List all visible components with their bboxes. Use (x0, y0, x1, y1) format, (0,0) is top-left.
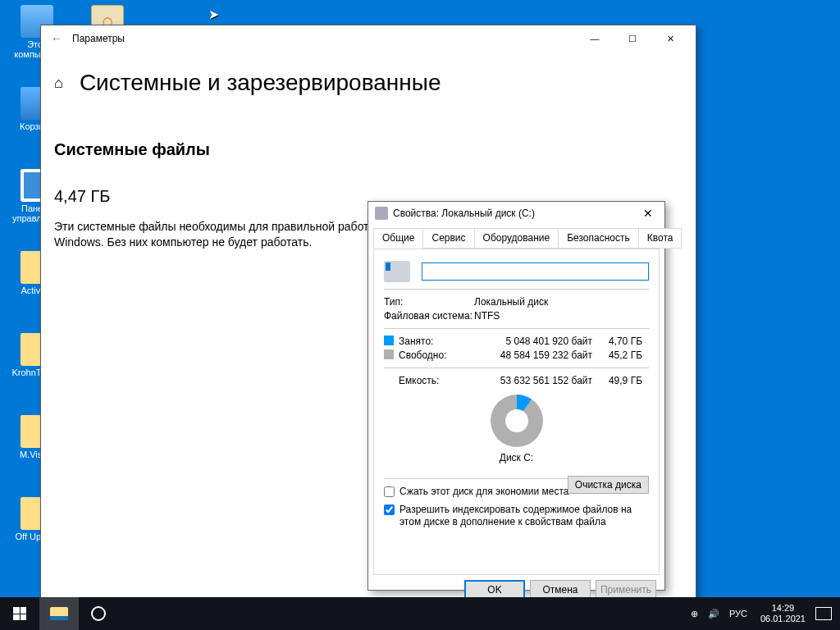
disk-icon (375, 207, 388, 220)
tab-panel-general: Тип:Локальный диск Файловая система:NTFS… (373, 249, 660, 575)
free-bytes: 48 584 159 232 байт (474, 349, 597, 361)
clock-time: 14:29 (760, 603, 806, 614)
dialog-title: Свойства: Локальный диск (C:) (393, 208, 638, 219)
filesystem-label: Файловая система: (384, 310, 474, 322)
used-bytes: 5 048 401 920 байт (474, 336, 597, 347)
drive-icon (384, 261, 410, 282)
index-checkbox-row[interactable]: Разрешить индексировать содержимое файло… (384, 504, 649, 529)
index-label: Разрешить индексировать содержимое файло… (399, 504, 649, 529)
compress-label: Сжать этот диск для экономии места (399, 486, 568, 499)
close-button[interactable]: ✕ (651, 26, 689, 51)
start-button[interactable] (0, 597, 39, 630)
apply-button[interactable]: Применить (596, 580, 656, 599)
page-title: Системные и зарезервированные (80, 70, 441, 96)
taskbar-file-explorer[interactable] (39, 597, 79, 630)
window-title: Параметры (72, 33, 576, 44)
tab-service[interactable]: Сервис (422, 228, 474, 249)
compress-checkbox[interactable] (384, 486, 395, 497)
clock-date: 06.01.2021 (760, 614, 806, 624)
capacity-label: Емкость: (384, 375, 474, 386)
free-swatch (384, 349, 394, 359)
filesystem-value: NTFS (474, 310, 649, 322)
type-label: Тип: (384, 296, 474, 308)
tab-general[interactable]: Общие (373, 228, 423, 249)
cancel-button[interactable]: Отмена (530, 580, 591, 599)
disk-chart-label: Диск C: (384, 452, 649, 463)
language-indicator[interactable]: РУС (724, 597, 752, 630)
type-value: Локальный диск (474, 296, 649, 308)
free-label: Свободно: (399, 349, 447, 361)
taskbar: ⊕ 🔊 РУС 14:29 06.01.2021 (0, 597, 840, 630)
tabs: Общие Сервис Оборудование Безопасность К… (368, 225, 664, 249)
maximize-button[interactable]: ☐ (614, 26, 651, 51)
volume-icon[interactable]: 🔊 (703, 597, 724, 630)
used-label: Занято: (399, 336, 433, 347)
action-center-button[interactable] (815, 607, 832, 620)
file-explorer-icon (50, 607, 68, 620)
capacity-bytes: 53 632 561 152 байт (474, 375, 597, 386)
minimize-button[interactable]: — (576, 26, 614, 51)
tab-security[interactable]: Безопасность (558, 228, 639, 249)
home-icon[interactable]: ⌂ (54, 75, 63, 92)
used-swatch (384, 336, 394, 345)
index-checkbox[interactable] (384, 504, 395, 515)
tab-quota[interactable]: Квота (638, 228, 682, 249)
tab-hardware[interactable]: Оборудование (474, 228, 559, 249)
taskbar-clock[interactable]: 14:29 06.01.2021 (752, 603, 814, 623)
ok-button[interactable]: OK (464, 580, 525, 599)
section-title: Системные файлы (54, 140, 676, 159)
back-button[interactable]: ← (48, 32, 72, 45)
used-human: 4,70 ГБ (597, 336, 642, 347)
network-icon[interactable]: ⊕ (686, 597, 703, 630)
free-human: 45,2 ГБ (597, 349, 642, 361)
disk-cleanup-button[interactable]: Очистка диска (568, 476, 649, 494)
dialog-titlebar[interactable]: Свойства: Локальный диск (C:) ✕ (368, 202, 664, 225)
close-button[interactable]: ✕ (638, 207, 658, 220)
windows-icon (13, 607, 26, 620)
capacity-human: 49,9 ГБ (597, 375, 642, 386)
usage-chart (491, 395, 543, 447)
volume-name-input[interactable] (422, 262, 649, 281)
settings-titlebar[interactable]: ← Параметры — ☐ ✕ (41, 25, 696, 52)
disk-properties-dialog: Свойства: Локальный диск (C:) ✕ Общие Се… (368, 201, 665, 591)
taskbar-settings[interactable] (79, 597, 118, 630)
system-files-description: Эти системные файлы необходимы для прави… (54, 219, 399, 250)
gear-icon (91, 606, 106, 621)
